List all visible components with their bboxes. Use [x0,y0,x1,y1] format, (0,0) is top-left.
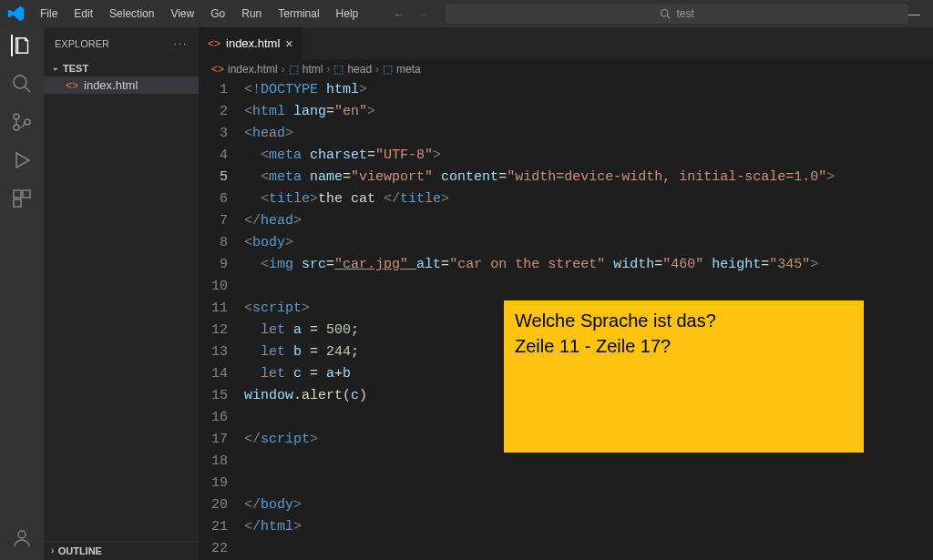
breadcrumb[interactable]: <>index.html › ⬚html › ⬚head › ⬚meta [199,59,933,79]
chevron-right-icon: › [51,546,54,555]
account-icon[interactable] [11,527,33,549]
folder-row[interactable]: ⌄ TEST [44,59,199,76]
menu-bar: File Edit Selection View Go Run Terminal… [33,4,365,24]
editor: <> index.html × <>index.html › ⬚html › ⬚… [199,27,933,560]
gutter: 12345678910111213141516171819202122 [199,79,244,560]
explorer-icon[interactable] [11,35,33,56]
file-row[interactable]: <> index.html [44,76,199,94]
debug-icon[interactable] [11,149,33,171]
html-file-icon: <> [208,37,220,50]
source-control-icon[interactable] [11,111,33,133]
annotation-line1: Welche Sprache ist das? [515,308,853,333]
menu-help[interactable]: Help [329,4,366,24]
extensions-icon[interactable] [11,188,33,209]
menu-selection[interactable]: Selection [102,4,161,24]
search-nav-icon[interactable] [11,73,33,95]
html-file-icon: <> [211,63,224,76]
search-text: test [676,7,693,20]
menu-go[interactable]: Go [203,4,232,24]
svg-point-5 [14,125,19,130]
tab-label: index.html [226,36,280,50]
annotation-overlay: Welche Sprache ist das? Zeile 11 - Zeile… [504,300,864,453]
menu-file[interactable]: File [33,4,65,24]
sidebar-header: EXPLORER ··· [44,27,199,59]
svg-rect-7 [14,190,21,198]
menu-view[interactable]: View [163,4,201,24]
svg-point-4 [14,114,19,119]
nav-forward-icon[interactable]: → [415,7,427,21]
nav-back-icon[interactable]: ← [393,7,405,21]
menu-run[interactable]: Run [234,4,269,24]
tabs: <> index.html × [199,27,933,59]
breadcrumb-file: index.html [228,63,278,76]
window-controls: — [908,7,926,21]
html-file-icon: <> [66,79,78,92]
svg-rect-9 [14,199,21,207]
titlebar: File Edit Selection View Go Run Terminal… [0,0,933,27]
close-icon[interactable]: × [285,36,292,51]
svg-rect-8 [23,190,30,198]
breadcrumb-head: head [347,63,372,76]
search-input[interactable]: test [446,4,908,24]
folder-label: TEST [63,63,88,74]
chevron-down-icon: ⌄ [52,63,58,72]
breadcrumb-html: html [302,63,323,76]
minimize-icon[interactable]: — [908,7,920,21]
outline-row[interactable]: › OUTLINE [44,541,199,560]
element-icon: ⬚ [333,63,343,76]
svg-line-1 [668,15,671,18]
element-icon: ⬚ [289,63,299,76]
svg-point-2 [14,76,26,88]
menu-terminal[interactable]: Terminal [271,4,326,24]
sidebar-title: EXPLORER [55,38,109,49]
sidebar: EXPLORER ··· ⌄ TEST <> index.html › OUTL… [44,27,199,560]
tab-index[interactable]: <> index.html × [199,27,302,59]
element-icon: ⬚ [383,63,393,76]
breadcrumb-meta: meta [396,63,421,76]
annotation-line2: Zeile 11 - Zeile 17? [515,333,853,359]
sidebar-more-icon[interactable]: ··· [174,38,188,49]
svg-point-10 [18,531,26,538]
svg-line-3 [25,87,30,92]
vscode-logo-icon [7,5,26,23]
menu-edit[interactable]: Edit [67,4,100,24]
svg-point-0 [661,10,669,17]
outline-label: OUTLINE [58,545,102,556]
svg-point-6 [25,119,30,125]
file-label: index.html [84,78,138,92]
activity-bar [0,27,44,560]
nav-arrows: ← → [393,7,427,21]
search-icon [660,8,671,19]
